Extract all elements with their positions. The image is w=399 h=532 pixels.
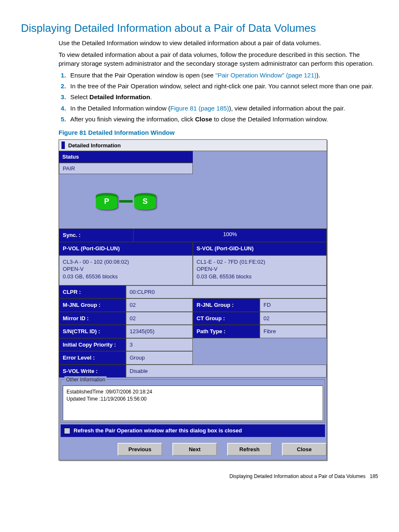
step-5-text-a: After you finish viewing the information… [70, 116, 195, 123]
button-row: Previous Next Refresh Close [59, 439, 327, 460]
clpr-value: 00:CLPR0 [126, 285, 327, 299]
step-1-text-a: Ensure that the Pair Operation window is… [70, 72, 215, 79]
established-time: EstablishedTime :09/07/2006 20:18:24 [66, 388, 319, 395]
step-5-text-c: to close the Detailed Information window… [212, 116, 328, 123]
s-vol-icon: S [134, 193, 156, 210]
steps-list: Ensure that the Pair Operation window is… [59, 71, 378, 123]
pvol-line1: CL3-A - 00 - 102 (00:08:02) [63, 258, 189, 266]
other-information-group: Other Information EstablishedTime :09/07… [61, 379, 325, 423]
mirror-id-label: Mirror ID : [59, 312, 126, 325]
refresh-button[interactable]: Refresh [227, 443, 272, 456]
step-2: In the tree of the Pair Operation window… [68, 82, 378, 90]
status-value: PAIR [59, 163, 193, 175]
error-level-value: Group [126, 351, 193, 365]
clpr-label: CLPR : [59, 285, 126, 299]
page-footer: Displaying Detailed Information about a … [21, 473, 378, 480]
refresh-checkbox[interactable] [64, 428, 70, 434]
updated-time: Updated Time :11/19/2006 15:56:00 [66, 396, 319, 402]
other-information-legend: Other Information [64, 376, 107, 383]
pvol-line2: OPEN-V [63, 265, 189, 273]
figure-caption: Figure 81 Detailed Information Window [59, 129, 378, 137]
step-1-text-b: ). [316, 72, 320, 79]
window-titlebar: Detailed Information [59, 140, 327, 151]
step-3-text-c: . [150, 93, 152, 100]
ct-group-label: CT Group : [193, 312, 260, 325]
initial-copy-priority-label: Initial Copy Priority : [59, 338, 126, 352]
step-4: In the Detailed Information window (Figu… [68, 104, 378, 113]
sync-value: 100% [133, 229, 327, 242]
svol-details: CL1-E - 02 - 7FD (01:FE:02) OPEN-V 0.03 … [193, 255, 327, 285]
intro-paragraph-1: Use the Detailed Information window to v… [59, 39, 378, 47]
initial-copy-priority-value: 3 [126, 338, 193, 352]
pair-diagram: P S [59, 174, 193, 229]
path-type-label: Path Type : [193, 325, 260, 338]
connection-icon [119, 200, 133, 203]
step-1: Ensure that the Pair Operation window is… [68, 71, 378, 80]
section-heading: Displaying Detailed Information about a … [21, 21, 378, 36]
mjnl-value: 02 [126, 298, 193, 312]
other-information-text: EstablishedTime :09/07/2006 20:18:24 Upd… [63, 386, 323, 421]
sync-label: Sync. : [59, 229, 133, 242]
path-type-value: Fibre [260, 325, 327, 338]
title-strip-icon [61, 141, 65, 149]
sn-value: 12345(05) [126, 325, 193, 338]
mjnl-label: M-JNL Group : [59, 298, 126, 312]
rjnl-label: R-JNL Group : [193, 298, 260, 312]
previous-button[interactable]: Previous [118, 443, 162, 456]
pvol-details: CL3-A - 00 - 102 (00:08:02) OPEN-V 0.03 … [59, 255, 193, 285]
pair-operation-window-link[interactable]: "Pair Operation Window" (page 121) [215, 72, 317, 79]
window-title: Detailed Information [68, 142, 121, 149]
svol-line1: CL1-E - 02 - 7FD (01:FE:02) [197, 258, 323, 266]
sn-label: S/N(CTRL ID) : [59, 325, 126, 338]
step-3-bold: Detailed Information [90, 93, 150, 100]
refresh-checkbox-label: Refresh the Pair Operation window after … [74, 427, 242, 434]
error-level-label: Error Level : [59, 351, 126, 365]
status-header: Status [59, 151, 193, 163]
next-button[interactable]: Next [172, 443, 217, 456]
footer-page-number: 185 [370, 473, 378, 479]
ct-group-value: 02 [260, 312, 327, 325]
footer-text: Displaying Detailed Information about a … [229, 473, 366, 479]
svol-line2: OPEN-V [197, 265, 323, 273]
pvol-line3: 0.03 GB, 65536 blocks [63, 273, 189, 280]
rjnl-value: FD [260, 298, 327, 312]
step-4-text-b: ), view detailed information about the p… [229, 105, 345, 112]
step-3: Select Detailed Information. [68, 93, 378, 101]
mirror-id-value: 02 [126, 312, 193, 325]
step-5-bold: Close [195, 116, 212, 123]
svol-write-label: S-VOL Write : [59, 365, 126, 378]
detailed-information-window: Detailed Information Status PAIR P S Syn… [59, 139, 327, 460]
step-5: After you finish viewing the information… [68, 115, 378, 123]
refresh-checkbox-row[interactable]: Refresh the Pair Operation window after … [61, 424, 325, 437]
figure-81-link[interactable]: Figure 81 (page 185) [170, 105, 229, 112]
step-3-text-a: Select [70, 93, 90, 100]
p-vol-icon: P [96, 193, 118, 210]
intro-paragraph-2: To view detailed information about a pai… [59, 51, 378, 68]
pvol-header: P-VOL (Port-GID-LUN) [59, 242, 193, 255]
svol-header: S-VOL (Port-GID-LUN) [193, 242, 327, 255]
svol-write-value: Disable [126, 365, 327, 378]
svol-line3: 0.03 GB, 65536 blocks [197, 273, 323, 280]
close-button[interactable]: Close [282, 443, 327, 456]
step-4-text-a: In the Detailed Information window ( [70, 105, 170, 112]
